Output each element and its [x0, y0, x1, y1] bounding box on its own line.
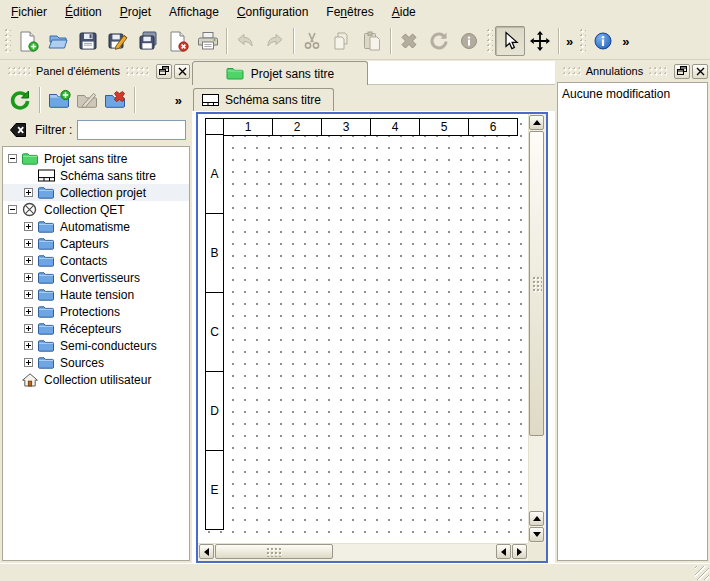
- menu-fenetres[interactable]: Fenêtres: [317, 1, 382, 23]
- tree-item[interactable]: Collection utilisateur: [3, 371, 189, 388]
- save-as-button[interactable]: [103, 26, 133, 56]
- scroll-right-button[interactable]: [512, 544, 527, 559]
- save-button[interactable]: [73, 26, 103, 56]
- copy-icon: [331, 30, 353, 52]
- open-project-button[interactable]: [43, 26, 73, 56]
- undo-history-list[interactable]: Aucune modification: [557, 82, 708, 561]
- rotate-icon: [428, 30, 450, 52]
- tree-item[interactable]: Contacts: [3, 252, 189, 269]
- tree-item[interactable]: Collection QET: [3, 201, 189, 218]
- close-panel-button[interactable]: [692, 64, 708, 79]
- tree-item[interactable]: Protections: [3, 303, 189, 320]
- tree-item[interactable]: Projet sans titre: [3, 150, 189, 167]
- tree-item[interactable]: Capteurs: [3, 235, 189, 252]
- menu-affichage[interactable]: Affichage: [160, 1, 228, 23]
- print-button[interactable]: [193, 26, 223, 56]
- status-bar: [0, 563, 710, 581]
- expand-icon[interactable]: [24, 188, 33, 197]
- new-project-button[interactable]: [13, 26, 43, 56]
- tree-item[interactable]: Convertisseurs: [3, 269, 189, 286]
- tree-item[interactable]: Schéma sans titre: [3, 167, 189, 184]
- expand-icon[interactable]: [24, 358, 33, 367]
- float-icon: [677, 66, 688, 76]
- about-button[interactable]: [588, 26, 618, 56]
- collections-tree: Projet sans titreSchéma sans titreCollec…: [2, 146, 190, 561]
- expand-icon[interactable]: [24, 256, 33, 265]
- expand-icon[interactable]: [24, 307, 33, 316]
- undo-list-item: Aucune modification: [562, 85, 703, 103]
- reload-collections-button[interactable]: [6, 86, 34, 114]
- menu-configuration[interactable]: Configuration: [228, 1, 317, 23]
- tree-item[interactable]: Récepteurs: [3, 320, 189, 337]
- panel-texture: [648, 66, 667, 76]
- expand-icon[interactable]: [24, 324, 33, 333]
- vertical-scroll-thumb[interactable]: [529, 131, 544, 436]
- save-all-button[interactable]: [133, 26, 163, 56]
- scroll-down-button[interactable]: [529, 527, 544, 542]
- toolbar-overflow-chevron[interactable]: »: [562, 34, 577, 49]
- arrow-left-icon: [204, 548, 209, 556]
- tree-item[interactable]: Semi-conducteurs: [3, 337, 189, 354]
- new-category-button[interactable]: [45, 86, 73, 114]
- horizontal-scrollbar[interactable]: [198, 543, 528, 561]
- expand-icon[interactable]: [24, 222, 33, 231]
- scroll-left-button[interactable]: [199, 544, 214, 559]
- expand-icon[interactable]: [24, 273, 33, 282]
- collapse-icon[interactable]: [8, 154, 17, 163]
- menu-projet[interactable]: Projet: [111, 1, 160, 23]
- elements-panel-title: Panel d'éléments: [36, 65, 120, 77]
- collapse-icon[interactable]: [8, 205, 17, 214]
- tree-item[interactable]: Automatisme: [3, 218, 189, 235]
- horizontal-scroll-thumb[interactable]: [215, 544, 333, 559]
- menu-edition[interactable]: Édition: [56, 1, 111, 23]
- toolbar-drag-handle[interactable]: [486, 28, 493, 54]
- tree-item-label: Automatisme: [60, 220, 130, 234]
- tab-schema[interactable]: Schéma sans titre: [193, 88, 334, 111]
- expand-icon[interactable]: [24, 290, 33, 299]
- expand-icon[interactable]: [24, 341, 33, 350]
- tree-item[interactable]: Haute tension: [3, 286, 189, 303]
- scroll-up-button-2[interactable]: [529, 511, 544, 526]
- blue-folder-icon: [38, 287, 55, 302]
- close-file-button[interactable]: [163, 26, 193, 56]
- arrow-left-icon: [501, 548, 506, 556]
- rotate-button: [424, 26, 454, 56]
- pan-mode-button[interactable]: [525, 26, 555, 56]
- filter-input[interactable]: [77, 120, 186, 140]
- toolbar-overflow-chevron[interactable]: »: [618, 34, 633, 49]
- new-category-icon: [47, 88, 71, 112]
- toolbar-drag-handle[interactable]: [579, 28, 586, 54]
- menu-aide[interactable]: Aide: [383, 1, 425, 23]
- delete-category-button[interactable]: [101, 86, 129, 114]
- expand-icon[interactable]: [24, 239, 33, 248]
- vertical-scrollbar[interactable]: [528, 114, 546, 543]
- thumb-grip: [266, 547, 282, 557]
- tree-item[interactable]: Sources: [3, 354, 189, 371]
- cursor-arrow-icon: [499, 30, 521, 52]
- float-panel-button[interactable]: [156, 64, 172, 79]
- copy-button: [327, 26, 357, 56]
- diagram-column-header: 123456: [205, 118, 518, 136]
- undo-panel-title: Annulations: [586, 65, 644, 77]
- diagram-column-label: 1: [223, 118, 273, 136]
- clear-filter-icon[interactable]: [8, 120, 28, 140]
- undo-button: [230, 26, 260, 56]
- resize-grip-icon[interactable]: [695, 566, 709, 580]
- scroll-up-button[interactable]: [529, 115, 544, 130]
- selection-mode-button[interactable]: [495, 26, 525, 56]
- tree-item-label: Collection utilisateur: [44, 373, 151, 387]
- panel-toolbar-overflow-chevron[interactable]: »: [171, 93, 186, 108]
- close-panel-button[interactable]: [174, 64, 190, 79]
- tab-project[interactable]: Projet sans titre: [192, 61, 368, 85]
- diagram-viewport[interactable]: 123456 ABCDE: [198, 114, 528, 543]
- menu-fichier[interactable]: Fichier: [2, 1, 56, 23]
- edit-category-icon: [75, 88, 99, 112]
- diagram-column-label: 3: [321, 118, 371, 136]
- tree-item-label: Collection QET: [44, 203, 125, 217]
- toolbar-drag-handle[interactable]: [4, 28, 11, 54]
- float-panel-button[interactable]: [674, 64, 690, 79]
- scroll-left-button-2[interactable]: [496, 544, 511, 559]
- tree-item[interactable]: Collection projet: [3, 184, 189, 201]
- main-area: Projet sans titre Schéma sans titre 1234…: [192, 61, 555, 563]
- undo-panel-header: Annulations: [557, 62, 708, 80]
